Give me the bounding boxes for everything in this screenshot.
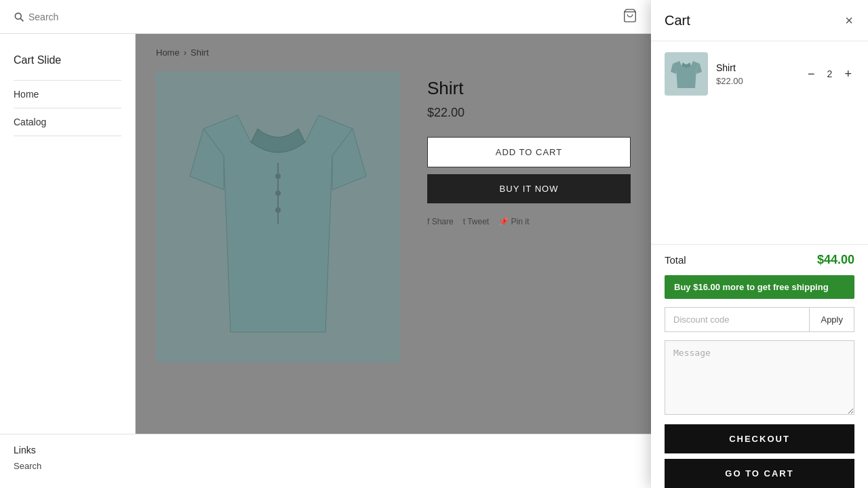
product-price: $22.00 [427,106,631,120]
nav-divider-bottom [14,136,121,136]
cart-item-details: Shirt $22.00 [716,62,797,86]
breadcrumb: Home › Shirt [156,47,631,58]
cart-item-quantity: 2 [824,68,835,79]
product-info: Shirt $22.00 ADD TO CART BUY IT NOW f Sh… [427,71,631,226]
site-title: Cart Slide [0,47,135,80]
cart-body: Shirt $22.00 − 2 + [651,41,868,244]
social-share: f Share t Tweet 📌 Pin it [427,217,631,226]
cart-item-name: Shirt [716,62,797,73]
cart-qty-control: − 2 + [805,66,854,81]
site-header: Search [0,0,651,34]
footer: Links Search [0,434,651,488]
buy-it-now-button[interactable]: BUY IT NOW [427,174,631,203]
discount-input[interactable] [665,307,809,332]
footer-links-title: Links [14,445,637,455]
footer-search-link[interactable]: Search [14,461,637,471]
apply-discount-button[interactable]: Apply [809,307,854,332]
checkout-button[interactable]: CHECKOUT [665,424,854,453]
share-twitter[interactable]: t Tweet [463,217,489,226]
product-title: Shirt [427,78,631,99]
free-shipping-amount: $16.00 [693,282,720,292]
sidebar-item-home[interactable]: Home [0,81,135,108]
facebook-icon: f [427,217,429,226]
cart-panel: Cart × Shirt $22.00 − 2 + [651,0,868,488]
qty-decrease-button[interactable]: − [805,66,818,81]
share-pinterest[interactable]: 📌 Pin it [498,217,529,226]
free-shipping-prefix: Buy [674,282,693,292]
cart-title: Cart [665,13,690,28]
message-textarea[interactable] [665,340,854,415]
pinterest-icon: 📌 [498,217,509,226]
qty-increase-button[interactable]: + [842,66,854,81]
breadcrumb-home[interactable]: Home [156,47,180,58]
cart-item-price: $22.00 [716,76,797,86]
svg-line-1 [20,18,23,21]
cart-total-value: $44.00 [817,253,854,267]
page-background: Search Cart Slide Home Catalog Home › Sh… [0,0,651,488]
share-facebook[interactable]: f Share [427,217,454,226]
cart-total-label: Total [665,254,686,266]
cart-item: Shirt $22.00 − 2 + [665,52,854,96]
sidebar: Cart Slide Home Catalog [0,34,136,488]
cart-item-shirt-svg [669,57,703,91]
cart-icon-button[interactable] [623,8,637,26]
search-bar[interactable]: Search [14,12,58,22]
cart-total-row: Total $44.00 [651,244,868,275]
svg-point-0 [15,13,21,19]
discount-row: Apply [665,307,854,332]
cart-icon [623,8,637,23]
product-image [156,71,400,363]
cart-close-button[interactable]: × [844,12,854,28]
add-to-cart-button[interactable]: ADD TO CART [427,137,631,167]
product-area: Shirt $22.00 ADD TO CART BUY IT NOW f Sh… [156,71,631,363]
breadcrumb-separator: › [184,47,186,58]
free-shipping-text: more to get free shipping [723,282,829,292]
breadcrumb-current: Shirt [191,47,209,58]
cart-header: Cart × [651,0,868,41]
main-content: Home › Shirt [136,34,651,488]
twitter-icon: t [463,217,465,226]
free-shipping-banner: Buy $16.00 more to get free shipping [665,275,854,299]
go-to-cart-button[interactable]: GO TO CART [665,459,854,488]
cart-item-image [665,52,708,96]
shirt-image-svg [183,88,373,346]
sidebar-item-catalog[interactable]: Catalog [0,108,135,136]
search-input-label[interactable]: Search [28,12,58,22]
search-icon [14,12,24,22]
